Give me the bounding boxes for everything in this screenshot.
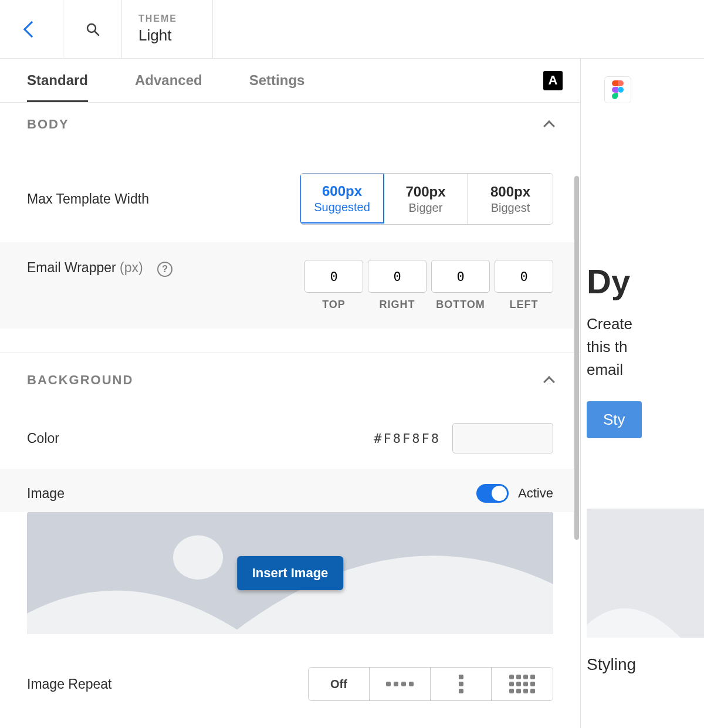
width-option-value: 700px [405,184,445,200]
back-button[interactable] [0,0,63,58]
row-bg-image-toggle: Image Active [0,469,580,512]
wrapper-right-label: RIGHT [380,299,415,311]
scrollbar[interactable] [574,176,579,540]
repeat-grid-icon [509,675,535,693]
font-mode-badge[interactable]: A [543,71,563,90]
row-bg-color: Color #F8F8F8 [0,394,580,469]
search-button[interactable] [63,0,122,58]
preview-styling-text: Styling [587,655,704,674]
image-repeat-label: Image Repeat [27,676,308,692]
tabs-row: Standard Advanced Settings A [0,59,580,103]
section-title: BODY [27,117,69,132]
row-max-template-width: Max Template Width 600px Suggested 700px… [0,138,580,242]
top-toolbar: THEME Light [0,0,704,59]
theme-label: THEME [138,13,177,24]
repeat-off[interactable]: Off [309,668,370,700]
tab-advanced[interactable]: Advanced [135,60,202,100]
wrapper-top-label: TOP [322,299,346,311]
repeat-x[interactable] [370,668,431,700]
figma-badge[interactable] [604,76,631,103]
section-title: BACKGROUND [27,373,133,388]
section-header-body[interactable]: BODY [0,103,580,138]
wrapper-unit: (px) [120,260,143,275]
theme-selector[interactable]: THEME Light [122,0,213,58]
chevron-left-icon [23,21,39,37]
preview-heading: Dy [587,262,704,301]
placeholder-landscape-icon [587,509,704,638]
bg-image-toggle[interactable] [476,484,509,503]
preview-body: Create this th email [587,313,704,381]
chevron-up-icon [543,120,555,132]
wrapper-bottom-input[interactable] [431,260,490,293]
row-image-position: Image Position [0,716,580,728]
bg-color-swatch[interactable] [452,423,553,453]
width-option-value: 600px [322,183,362,199]
settings-panel: Standard Advanced Settings A BODY Max Te… [0,59,581,728]
preview-pane: Dy Create this th email Sty Styling [581,59,704,728]
width-option-value: 800px [490,184,530,200]
svg-point-12 [618,87,624,93]
preview-image-card [587,509,704,638]
width-option-600[interactable]: 600px Suggested [300,173,384,224]
wrapper-label-text: Email Wrapper [27,260,116,275]
wrapper-label: Email Wrapper (px) ? [27,260,304,277]
svg-point-3 [173,536,223,580]
repeat-both[interactable] [492,668,553,700]
preview-line: email [587,361,623,378]
max-width-label: Max Template Width [27,191,300,207]
preview-cta-button[interactable]: Sty [587,401,642,438]
bg-image-placeholder: Insert Image [27,512,553,634]
wrapper-right-input[interactable] [368,260,427,293]
repeat-y-icon [459,675,463,693]
figma-icon [611,80,624,99]
bg-color-label: Color [27,431,374,446]
max-width-segmented: 600px Suggested 700px Bigger 800px Bigge… [300,173,553,225]
chevron-up-icon [543,376,555,388]
row-image-repeat: Image Repeat Off [0,652,580,716]
tab-settings[interactable]: Settings [249,60,305,100]
repeat-off-label: Off [330,678,347,691]
wrapper-trbl: TOP RIGHT BOTTOM LEFT [304,260,553,311]
tab-standard[interactable]: Standard [27,60,88,102]
preview-line: Create [587,315,632,333]
repeat-x-icon [386,682,414,686]
width-option-caption: Bigger [409,201,443,215]
bg-color-hex: #F8F8F8 [374,431,441,446]
width-option-caption: Suggested [314,201,370,214]
help-icon[interactable]: ? [157,262,172,277]
search-icon [86,22,100,36]
image-repeat-segmented: Off [308,667,553,701]
wrapper-left-input[interactable] [495,260,553,293]
width-option-caption: Biggest [491,201,530,215]
theme-value: Light [138,26,171,45]
width-option-700[interactable]: 700px Bigger [384,174,468,224]
bg-image-label: Image [27,486,476,502]
width-option-800[interactable]: 800px Biggest [468,174,553,224]
section-header-background[interactable]: BACKGROUND [0,352,580,394]
wrapper-left-label: LEFT [510,299,539,311]
wrapper-top-input[interactable] [304,260,363,293]
svg-line-1 [94,31,99,35]
repeat-y[interactable] [431,668,492,700]
bg-image-toggle-label: Active [518,486,553,501]
row-email-wrapper: Email Wrapper (px) ? TOP RIGHT B [0,242,580,329]
insert-image-button[interactable]: Insert Image [237,556,344,590]
preview-line: this th [587,338,627,355]
wrapper-bottom-label: BOTTOM [436,299,485,311]
